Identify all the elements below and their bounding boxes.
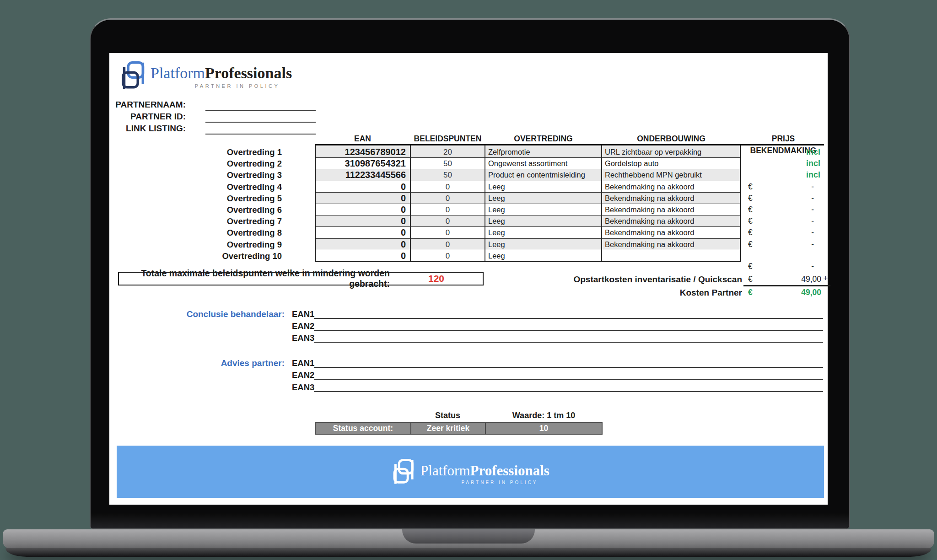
table-row: Overtreding 311223344556650Product en co… — [109, 169, 828, 181]
footer-logo: PlatformProfessionals PARTNER IN POLICY — [391, 458, 549, 485]
onderbouwing-cell[interactable]: Bekendmaking na akkoord — [605, 193, 740, 204]
ean1-label: EAN1 — [292, 357, 314, 369]
prijs-value: - — [762, 239, 821, 250]
header-onderbouwing: ONDERBOUWING — [602, 133, 741, 145]
overtreding-cell[interactable]: Leeg — [488, 204, 601, 215]
header-beleidspunten: BELEIDSPUNTEN — [410, 133, 485, 145]
conclusie-ean3-input[interactable] — [314, 332, 823, 343]
prijs-value: - — [762, 204, 821, 215]
ean-cell[interactable]: 0 — [315, 215, 406, 227]
table-row: Overtreding 500LeegBekendmaking na akkoo… — [109, 193, 828, 204]
ean-cell[interactable]: 0 — [315, 250, 406, 262]
platform-professionals-logo-icon — [119, 60, 147, 91]
ean1-label: EAN1 — [292, 308, 314, 320]
beleidspunten-cell[interactable]: 0 — [410, 239, 485, 250]
beleidspunten-cell[interactable]: 0 — [410, 250, 485, 262]
ean-cell[interactable]: 123456789012 — [315, 146, 406, 158]
spreadsheet-page: PlatformProfessionals PARTNER IN POLICY … — [109, 53, 828, 505]
onderbouwing-cell[interactable]: Bekendmaking na akkoord — [605, 227, 740, 238]
footer-brand-tagline: PARTNER IN POLICY — [420, 480, 549, 485]
row-label: Overtreding 7 — [109, 215, 282, 227]
euro-symbol: € — [741, 261, 762, 272]
ean-cell[interactable]: 0 — [315, 239, 406, 250]
euro-symbol: € — [741, 274, 762, 285]
advies-partner-label: Advies partner: — [109, 357, 285, 369]
table-row: Overtreding 700LeegBekendmaking na akkoo… — [109, 215, 828, 227]
laptop-base-bottom — [5, 548, 932, 557]
table-row: Overtreding 1000Leeg — [109, 250, 828, 262]
overtreding-cell[interactable]: Ongewenst assortiment — [488, 158, 601, 169]
footer-brand-second: Professionals — [470, 463, 549, 479]
beleidspunten-cell[interactable]: 50 — [410, 158, 485, 169]
prijs-cell: incl — [741, 146, 821, 158]
waarde-value-cell[interactable]: 10 — [485, 423, 602, 434]
ean-cell[interactable]: 0 — [315, 193, 406, 204]
status-account-bar: Status account: Zeer kritiek 10 — [315, 422, 603, 435]
overtreding-cell[interactable]: Leeg — [488, 227, 601, 238]
beleidspunten-cell[interactable]: 20 — [410, 146, 485, 158]
link-listing-label: LINK LISTING: — [109, 123, 186, 135]
conclusie-ean3-row: EAN3 — [292, 332, 823, 344]
row-label: Overtreding 5 — [109, 193, 282, 204]
conclusie-ean1-row: EAN1 — [292, 308, 823, 320]
kosten-partner-row: € 49,00 — [741, 287, 821, 298]
beleidspunten-cell[interactable]: 0 — [410, 215, 485, 227]
kosten-partner-label: Kosten Partner — [430, 287, 742, 298]
euro-symbol — [741, 146, 762, 158]
prijs-cell: incl — [741, 169, 821, 181]
overtreding-cell[interactable]: Leeg — [488, 193, 601, 204]
ean3-label: EAN3 — [292, 382, 314, 393]
opstartkosten-label: Opstartkosten inventarisatie / Quickscan — [430, 274, 742, 285]
overtreding-cell[interactable]: Leeg — [488, 215, 601, 227]
prijs-value: - — [762, 181, 821, 193]
euro-symbol — [741, 158, 762, 169]
ean3-label: EAN3 — [292, 332, 314, 344]
company-logo: PlatformProfessionals PARTNER IN POLICY — [119, 60, 292, 91]
euro-symbol: € — [741, 204, 762, 215]
beleidspunten-cell[interactable]: 0 — [410, 227, 485, 238]
advies-ean1-input[interactable] — [314, 357, 823, 368]
ean-cell[interactable]: 310987654321 — [315, 158, 406, 169]
overtreding-cell[interactable]: Leeg — [488, 239, 601, 250]
onderbouwing-cell[interactable]: Gordelstop auto — [605, 158, 740, 169]
row-label: Overtreding 1 — [109, 146, 282, 158]
onderbouwing-cell[interactable]: Bekendmaking na akkoord — [605, 181, 740, 193]
overtreding-cell[interactable]: Leeg — [488, 181, 601, 193]
link-listing-input[interactable] — [205, 134, 316, 135]
overtreding-cell[interactable]: Leeg — [488, 250, 601, 262]
euro-symbol: € — [741, 193, 762, 204]
euro-symbol — [741, 250, 762, 262]
beleidspunten-cell[interactable]: 0 — [410, 193, 485, 204]
conclusie-ean1-input[interactable] — [314, 308, 823, 319]
conclusie-ean2-input[interactable] — [314, 320, 823, 331]
opstartkosten-amount: 49,00 — [762, 274, 821, 285]
beleidspunten-cell[interactable]: 0 — [410, 204, 485, 215]
advies-ean3-input[interactable] — [314, 382, 823, 392]
ean-cell[interactable]: 0 — [315, 204, 406, 215]
beleidspunten-cell[interactable]: 50 — [410, 169, 485, 181]
conclusie-behandelaar-label: Conclusie behandelaar: — [109, 308, 285, 320]
footer-banner: PlatformProfessionals PARTNER IN POLICY — [117, 446, 824, 498]
euro-symbol: € — [741, 239, 762, 250]
advies-ean2-input[interactable] — [314, 369, 823, 380]
ean-cell[interactable]: 0 — [315, 227, 406, 238]
onderbouwing-cell[interactable]: Bekendmaking na akkoord — [605, 204, 740, 215]
ean-cell[interactable]: 112233445566 — [315, 169, 406, 181]
platform-professionals-logo-icon-white — [391, 458, 416, 485]
status-value-cell[interactable]: Zeer kritiek — [410, 423, 485, 434]
prijs-cell — [741, 250, 821, 262]
onderbouwing-cell[interactable]: Bekendmaking na akkoord — [605, 215, 740, 227]
euro-symbol: € — [741, 287, 762, 298]
overtreding-cell[interactable]: Zelfpromotie — [488, 146, 601, 158]
beleidspunten-cell[interactable]: 0 — [410, 181, 485, 193]
onderbouwing-cell[interactable]: Rechthebbend MPN gebruikt — [605, 169, 740, 181]
prijs-value: incl — [762, 158, 821, 169]
laptop-hinge-shadow — [91, 513, 849, 528]
prijs-cell: €- — [741, 239, 821, 250]
onderbouwing-cell[interactable]: URL zichtbaar op verpakking — [605, 146, 740, 158]
overtreding-cell[interactable]: Product en contentmisleiding — [488, 169, 601, 181]
ean-cell[interactable]: 0 — [315, 181, 406, 193]
waarde-column-header: Waarde: 1 tm 10 — [485, 410, 603, 421]
brand-name: PlatformProfessionals — [151, 64, 292, 82]
onderbouwing-cell[interactable]: Bekendmaking na akkoord — [605, 239, 740, 250]
